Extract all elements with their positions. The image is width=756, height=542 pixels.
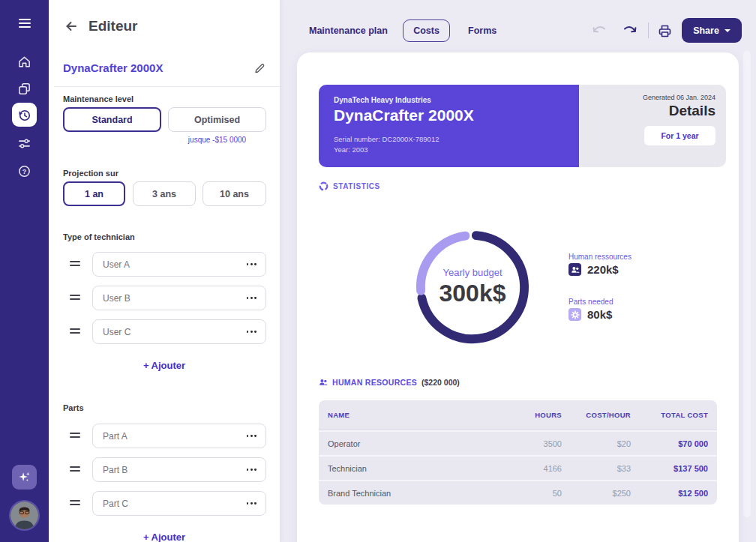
gear-icon xyxy=(568,308,581,321)
details-title: Details xyxy=(669,103,716,119)
settings-sliders-icon[interactable] xyxy=(16,136,32,151)
donut-center-text: Yearly budget 300k$ xyxy=(413,267,532,307)
period-button[interactable]: For 1 year xyxy=(644,126,716,145)
part-item[interactable]: Part A xyxy=(92,424,266,448)
editor-panel: Editeur DynaCrafter 2000X Maintenance le… xyxy=(49,0,280,542)
technician-section-label: Type of technician xyxy=(63,232,135,241)
technician-row: User C xyxy=(49,319,280,344)
hr-stat-value: 220k$ xyxy=(568,263,619,276)
table-row[interactable]: Operator 3500 $20 $70 000 xyxy=(319,430,717,455)
report-details-panel: Generated 06 Jan. 2024 Details For 1 yea… xyxy=(579,85,726,167)
technician-row: User A xyxy=(49,252,280,277)
home-icon[interactable] xyxy=(16,54,32,70)
add-technician-button[interactable]: + Ajouter xyxy=(49,360,280,371)
drag-handle-icon[interactable] xyxy=(70,328,80,336)
tab-costs[interactable]: Costs xyxy=(403,19,450,42)
app-root: ? Editeur DynaCrafter 2000X Maintenance … xyxy=(0,0,756,542)
drag-handle-icon[interactable] xyxy=(70,500,80,508)
people-icon xyxy=(568,263,581,276)
table-row[interactable]: Brand Technician 50 $250 $12 500 xyxy=(319,480,717,505)
hr-stat-label: Human ressources xyxy=(568,253,632,261)
drag-handle-icon[interactable] xyxy=(70,466,80,474)
tab-maintenance-plan[interactable]: Maintenance plan xyxy=(309,25,388,36)
toolbar-divider xyxy=(648,22,649,38)
share-button[interactable]: Share xyxy=(682,18,742,43)
donut-label: Yearly budget xyxy=(413,267,532,278)
company-name: DynaTech Heavy Industries xyxy=(334,96,564,104)
statistics-section-header: STATISTICS xyxy=(319,181,380,191)
projection-label: Projection sur xyxy=(63,169,118,178)
main-area: Maintenance plan Costs Forms Share DynaT… xyxy=(280,0,756,542)
add-part-button[interactable]: + Ajouter xyxy=(49,532,280,542)
maintenance-optimised-button[interactable]: Optimised xyxy=(168,107,266,132)
back-arrow-icon[interactable] xyxy=(64,19,78,33)
donut-value: 300k$ xyxy=(413,280,532,307)
part-row: Part A xyxy=(49,424,280,448)
row-menu-icon[interactable] xyxy=(247,469,256,471)
user-avatar[interactable] xyxy=(9,500,40,531)
svg-text:?: ? xyxy=(22,168,27,175)
panel-title: Editeur xyxy=(88,18,137,34)
drag-handle-icon[interactable] xyxy=(70,433,80,440)
maintenance-level-label: Maintenance level xyxy=(63,94,134,103)
projects-icon[interactable] xyxy=(16,81,32,97)
part-row: Part B xyxy=(49,457,280,482)
undo-icon[interactable] xyxy=(591,23,608,38)
hr-table: NAME HOURS COST/HOUR TOTAL COST Operator… xyxy=(319,400,717,505)
print-icon[interactable] xyxy=(657,23,673,42)
part-item[interactable]: Part C xyxy=(92,491,266,516)
report-header: DynaTech Heavy Industries DynaCrafter 20… xyxy=(319,85,726,167)
projection-3ans-button[interactable]: 3 ans xyxy=(133,181,196,206)
report-card: DynaTech Heavy Industries DynaCrafter 20… xyxy=(297,52,739,542)
table-row[interactable]: Technician 4166 $33 $137 500 xyxy=(319,455,717,480)
parts-stat-label: Parts needed xyxy=(568,298,614,306)
optimised-hint: jusque -$15 0000 xyxy=(168,136,266,144)
report-machine-title: DynaCrafter 2000X xyxy=(334,106,564,124)
help-icon[interactable]: ? xyxy=(16,163,32,179)
divider xyxy=(54,86,280,87)
technician-item[interactable]: User C xyxy=(92,319,266,344)
parts-section-label: Parts xyxy=(63,403,84,412)
parts-stat-value: 80k$ xyxy=(568,308,612,321)
technician-item[interactable]: User B xyxy=(92,286,266,310)
generated-date: Generated 06 Jan. 2024 xyxy=(643,94,716,101)
projection-1an-button[interactable]: 1 an xyxy=(63,181,125,206)
sidebar-item-history-active[interactable] xyxy=(12,103,37,127)
row-menu-icon[interactable] xyxy=(247,502,256,505)
serial-number: Serial number: DC2000X-789012 xyxy=(334,135,564,143)
ai-assistant-button[interactable] xyxy=(12,465,37,490)
scrollbar[interactable] xyxy=(743,51,751,517)
machine-year: Year: 2003 xyxy=(334,145,564,154)
drag-handle-icon[interactable] xyxy=(70,261,80,268)
technician-item[interactable]: User A xyxy=(92,252,266,277)
drag-handle-icon[interactable] xyxy=(70,295,80,302)
table-header-row: NAME HOURS COST/HOUR TOTAL COST xyxy=(319,400,717,430)
row-menu-icon[interactable] xyxy=(247,331,256,333)
donut-chart-icon xyxy=(319,181,328,191)
menu-icon[interactable] xyxy=(16,15,32,31)
part-item[interactable]: Part B xyxy=(92,457,266,482)
report-header-purple: DynaTech Heavy Industries DynaCrafter 20… xyxy=(319,85,579,167)
row-menu-icon[interactable] xyxy=(247,297,256,299)
sidebar-rail: ? xyxy=(0,0,49,542)
chevron-down-icon xyxy=(724,29,730,32)
row-menu-icon[interactable] xyxy=(247,263,256,265)
technician-row: User B xyxy=(49,286,280,310)
projection-10ans-button[interactable]: 10 ans xyxy=(202,181,266,206)
machine-name: DynaCrafter 2000X xyxy=(63,61,163,74)
people-icon xyxy=(319,378,328,387)
part-row: Part C xyxy=(49,491,280,516)
edit-pencil-icon[interactable] xyxy=(254,62,266,74)
row-menu-icon[interactable] xyxy=(247,435,256,437)
maintenance-standard-button[interactable]: Standard xyxy=(63,107,161,132)
tab-forms[interactable]: Forms xyxy=(468,25,496,36)
hr-table-section-header: HUMAN RESOURCES ($220 000) xyxy=(319,378,460,387)
redo-icon[interactable] xyxy=(622,23,638,38)
